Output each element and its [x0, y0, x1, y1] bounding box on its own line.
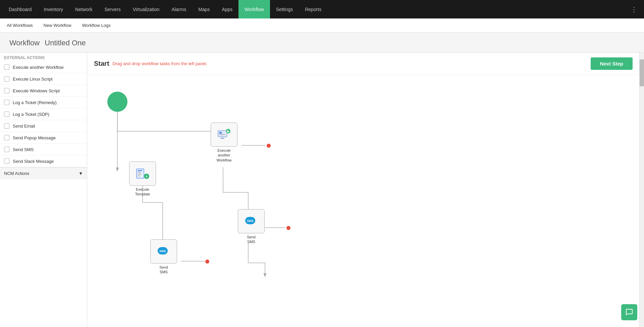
- svg-rect-9: [138, 176, 140, 176]
- node-box: ▶: [211, 123, 237, 147]
- execute-workflow-icon: ▶: [217, 129, 231, 140]
- next-step-button[interactable]: Next Step: [591, 57, 633, 70]
- send-sms-icon: SMS: [245, 216, 258, 227]
- error-dot-sms1: [286, 226, 290, 230]
- node-box: +: [129, 161, 156, 186]
- nav-apps[interactable]: Apps: [216, 0, 238, 18]
- workflow-canvas: Start Drag and drop workflow tasks from …: [87, 53, 639, 327]
- scrollbar-thumb: [640, 59, 644, 86]
- nav-alarms[interactable]: Alarms: [166, 0, 193, 18]
- sidebar-label: Send SMS: [13, 147, 34, 152]
- node-box: SMS: [150, 239, 177, 264]
- sidebar-section-title: External Actions: [0, 53, 87, 61]
- canvas-hint-text: Drag and drop workflow tasks from the le…: [113, 61, 208, 66]
- sidebar-item-send-email[interactable]: Send Email: [0, 120, 87, 132]
- subnav-new-workflow[interactable]: New Workflow: [42, 23, 73, 28]
- top-navigation: Dashboard Inventory Network Servers Virt…: [0, 0, 644, 18]
- subnav-all-workflows[interactable]: All Workflows: [5, 23, 34, 28]
- sidebar-checkbox: [4, 111, 9, 117]
- sidebar-label: Log a Ticket (SDP): [13, 112, 49, 117]
- node-execute-template[interactable]: + ExecuteTemplate: [129, 161, 156, 197]
- canvas-area: + ExecuteTemplate: [87, 75, 490, 310]
- send-sms-icon-2: SMS: [157, 246, 170, 257]
- sidebar-label: Execute another Workflow: [13, 65, 64, 70]
- svg-text:+: +: [146, 175, 148, 178]
- main-layout: External Actions Execute another Workflo…: [0, 53, 644, 327]
- svg-rect-7: [138, 172, 141, 173]
- sidebar-item-send-sms[interactable]: Send SMS: [0, 144, 87, 155]
- svg-text:SMS: SMS: [159, 249, 166, 253]
- sidebar-item-log-ticket-sdp[interactable]: Log a Ticket (SDP): [0, 108, 87, 120]
- sidebar-item-send-slack[interactable]: Send Slack Message: [0, 155, 87, 167]
- nav-reports[interactable]: Reports: [299, 0, 327, 18]
- sidebar-checkbox: [4, 158, 9, 164]
- error-dot-workflow: [267, 144, 271, 148]
- node-send-sms-1[interactable]: SMS SendSMS: [238, 209, 265, 244]
- canvas-toolbar: Start Drag and drop workflow tasks from …: [87, 53, 639, 75]
- node-box: SMS: [238, 209, 265, 233]
- page-title: Workflow Untitled One: [7, 37, 637, 48]
- sidebar-label: Send Popup Message: [13, 135, 56, 140]
- sidebar-item-execute-workflow[interactable]: Execute another Workflow: [0, 61, 87, 73]
- sidebar-label: Execute Linux Script: [13, 77, 53, 82]
- sidebar-item-send-popup[interactable]: Send Popup Message: [0, 132, 87, 144]
- start-label: Start: [94, 60, 109, 67]
- svg-text:▶: ▶: [227, 130, 230, 133]
- nav-more-icon[interactable]: ⋮: [627, 5, 641, 13]
- sidebar-item-execute-windows[interactable]: Execute Windows Script: [0, 85, 87, 97]
- sidebar-checkbox: [4, 123, 9, 129]
- sidebar-label: Send Slack Message: [13, 159, 54, 164]
- nav-dashboard[interactable]: Dashboard: [3, 0, 38, 18]
- sidebar-label: Execute Windows Script: [13, 88, 60, 93]
- execute-template-icon: +: [136, 168, 149, 179]
- subnav-workflow-logs[interactable]: Workflow Logs: [81, 23, 112, 28]
- right-scrollbar[interactable]: [639, 53, 644, 327]
- error-dot-sms2: [205, 260, 209, 264]
- start-circle: [107, 92, 127, 112]
- nav-servers[interactable]: Servers: [98, 0, 126, 18]
- sidebar-item-log-ticket-remedy[interactable]: Log a Ticket (Remedy): [0, 97, 87, 108]
- ncm-actions-chevron-icon: ▼: [78, 171, 83, 176]
- sidebar-checkbox: [4, 100, 9, 105]
- svg-rect-6: [138, 170, 142, 171]
- nav-network[interactable]: Network: [69, 0, 98, 18]
- svg-rect-14: [219, 134, 225, 135]
- svg-rect-12: [218, 131, 227, 137]
- ncm-actions-bar[interactable]: NCM Actions ▼: [0, 167, 87, 179]
- node-label: ExecuteTemplate: [135, 187, 150, 197]
- svg-rect-13: [219, 132, 222, 134]
- nav-virtualization[interactable]: Virtualization: [127, 0, 166, 18]
- sidebar-checkbox: [4, 88, 9, 93]
- svg-rect-16: [221, 138, 224, 139]
- sidebar-checkbox: [4, 76, 9, 82]
- chat-button[interactable]: [621, 304, 637, 320]
- nav-settings[interactable]: Settings: [270, 0, 299, 18]
- sidebar-checkbox: [4, 147, 9, 152]
- nav-workflow[interactable]: Workflow: [238, 0, 270, 18]
- node-label: ExecuteanotherWorkflow: [216, 148, 231, 162]
- node-execute-workflow[interactable]: ▶ ExecuteanotherWorkflow: [211, 123, 237, 162]
- nav-maps[interactable]: Maps: [192, 0, 216, 18]
- node-label: SendSMS: [247, 235, 256, 244]
- sidebar-label: Send Email: [13, 124, 35, 129]
- node-send-sms-2[interactable]: SMS SendSMS: [150, 239, 177, 275]
- node-label: SendSMS: [159, 265, 168, 275]
- sub-navigation: All Workflows New Workflow Workflow Logs: [0, 18, 644, 33]
- sidebar-item-execute-linux[interactable]: Execute Linux Script: [0, 73, 87, 85]
- svg-text:SMS: SMS: [247, 219, 254, 223]
- svg-rect-8: [138, 174, 142, 175]
- left-sidebar: External Actions Execute another Workflo…: [0, 53, 87, 327]
- nav-inventory[interactable]: Inventory: [38, 0, 69, 18]
- sidebar-label: Log a Ticket (Remedy): [13, 100, 57, 105]
- sidebar-checkbox: [4, 135, 9, 140]
- page-header: Workflow Untitled One: [0, 33, 644, 53]
- sidebar-checkbox: [4, 64, 9, 70]
- ncm-actions-label: NCM Actions: [4, 171, 29, 176]
